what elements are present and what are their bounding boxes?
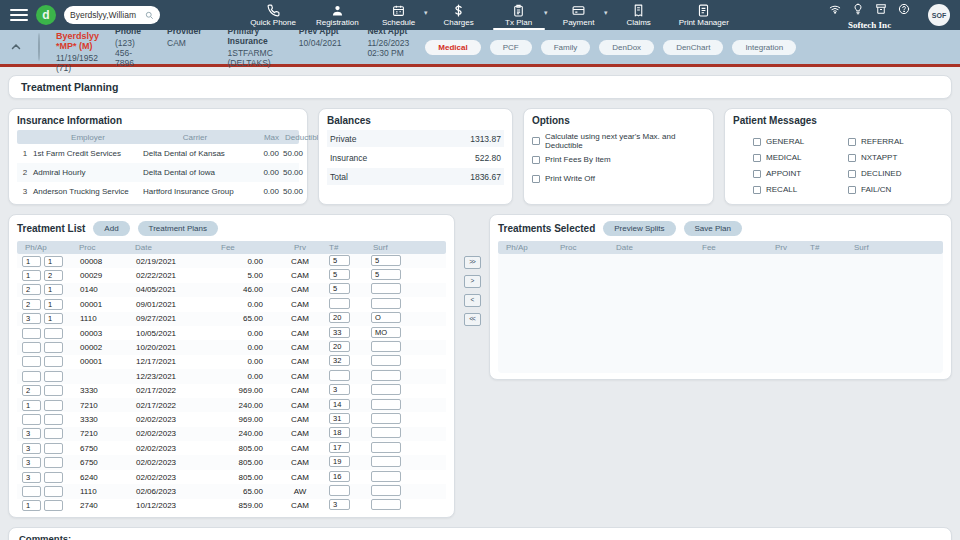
nav-claims[interactable]: Claims ▾ <box>619 0 659 30</box>
nav-payment[interactable]: Payment ▾ <box>559 0 599 30</box>
phase-input[interactable]: 3 <box>22 472 41 483</box>
checkbox[interactable] <box>848 154 856 162</box>
move-right-button[interactable]: > <box>464 275 481 288</box>
phase-input[interactable] <box>22 328 41 339</box>
tooth-input[interactable]: 20 <box>329 312 350 323</box>
treatment-row[interactable]: 3 6240 02/02/2023 805.00 CAM 16 <box>17 470 446 484</box>
treatment-row[interactable]: 3 7210 02/02/2023 240.00 CAM 18 <box>17 427 446 441</box>
help-icon[interactable] <box>898 1 910 19</box>
tooth-input[interactable]: 32 <box>329 355 350 366</box>
treatment-row[interactable]: 00001 12/17/2021 0.00 CAM 32 <box>17 355 446 369</box>
nav-quick-phone[interactable]: Quick Phone ▾ <box>250 0 296 30</box>
checkbox[interactable] <box>753 170 761 178</box>
surf-input[interactable] <box>371 442 401 453</box>
appt-input[interactable] <box>44 342 63 353</box>
phase-input[interactable]: 3 <box>22 428 41 439</box>
surf-input[interactable] <box>371 456 401 467</box>
tooth-input[interactable]: 18 <box>329 427 350 438</box>
surf-input[interactable] <box>371 355 401 366</box>
nav-registration[interactable]: Registration ▾ <box>316 0 359 30</box>
surf-input[interactable]: 5 <box>371 255 401 266</box>
surf-input[interactable]: 5 <box>371 269 401 280</box>
badge-denchart[interactable]: DenChart <box>663 40 723 55</box>
checkbox[interactable] <box>848 170 856 178</box>
insurance-row[interactable]: 2 Admiral Hourly Delta Dental of Iowa 0.… <box>17 163 299 182</box>
treatment-row[interactable]: 2 3330 02/17/2022 969.00 CAM 3 <box>17 384 446 398</box>
add-button[interactable]: Add <box>93 221 129 236</box>
treatment-row[interactable]: 12/23/2021 0.00 CAM <box>17 369 446 383</box>
phase-input[interactable]: 1 <box>22 500 41 511</box>
tooth-input[interactable]: 33 <box>329 327 350 338</box>
phase-input[interactable]: 1 <box>22 270 41 281</box>
phase-input[interactable]: 2 <box>22 284 41 295</box>
badge-family[interactable]: Family <box>541 40 591 55</box>
menu-icon[interactable] <box>10 9 28 21</box>
tooth-input[interactable]: 19 <box>329 456 350 467</box>
appt-input[interactable] <box>44 500 63 511</box>
surf-input[interactable] <box>371 341 401 352</box>
phase-input[interactable]: 1 <box>22 256 41 267</box>
checkbox[interactable] <box>753 138 761 146</box>
patient-photo[interactable] <box>38 33 40 61</box>
appt-input[interactable]: 1 <box>44 256 63 267</box>
treatment-row[interactable]: 3 6750 02/02/2023 805.00 CAM 19 <box>17 455 446 469</box>
tooth-input[interactable] <box>329 485 350 496</box>
patient-search[interactable] <box>64 6 160 24</box>
treatment-row[interactable]: 3 1 1110 09/27/2021 65.00 CAM 20 O <box>17 312 446 326</box>
surf-input[interactable] <box>371 499 401 510</box>
checkbox[interactable] <box>532 156 540 164</box>
appt-input[interactable] <box>44 443 63 454</box>
tooth-input[interactable]: 16 <box>329 471 350 482</box>
user-avatar[interactable]: SOF <box>928 4 950 26</box>
appt-input[interactable]: 1 <box>44 313 63 324</box>
lightbulb-icon[interactable] <box>852 1 864 19</box>
tooth-input[interactable]: 14 <box>329 399 350 410</box>
treatment-row[interactable]: 2 1 00001 09/01/2021 0.00 CAM <box>17 297 446 311</box>
move-all-right-button[interactable]: >> <box>464 256 481 269</box>
badge-dendox[interactable]: DenDox <box>599 40 654 55</box>
phase-input[interactable]: 2 <box>22 385 41 396</box>
surf-input[interactable] <box>371 283 401 294</box>
appt-input[interactable]: 1 <box>44 299 63 310</box>
phase-input[interactable] <box>22 371 41 382</box>
treatment-row[interactable]: 1 2740 10/12/2023 859.00 CAM 3 <box>17 499 446 513</box>
appt-input[interactable] <box>44 457 63 468</box>
appt-input[interactable] <box>44 472 63 483</box>
search-input[interactable] <box>70 10 144 20</box>
treatment-row[interactable]: 1 7210 02/17/2022 240.00 CAM 14 <box>17 398 446 412</box>
surf-input[interactable] <box>371 427 401 438</box>
badge-medical[interactable]: Medical <box>425 40 480 55</box>
appt-input[interactable] <box>44 385 63 396</box>
insurance-row[interactable]: 3 Anderson Trucking Service Hartford Ins… <box>17 182 299 201</box>
tooth-input[interactable]: 5 <box>329 283 350 294</box>
treatment-row[interactable]: 1110 02/06/2023 65.00 AW <box>17 484 446 498</box>
surf-input[interactable] <box>371 399 401 410</box>
treatment-row[interactable]: 2 1 0140 04/05/2021 46.00 CAM 5 <box>17 283 446 297</box>
nav-print-manager[interactable]: Print Manager ▾ <box>679 0 729 30</box>
phase-input[interactable]: 3 <box>22 313 41 324</box>
checkbox[interactable] <box>532 137 540 145</box>
app-logo[interactable]: d <box>36 5 56 25</box>
preview-splits-button[interactable]: Preview Splits <box>603 221 675 236</box>
tooth-input[interactable]: 5 <box>329 269 350 280</box>
tooth-input[interactable]: 3 <box>329 499 350 510</box>
nav-tx-plan[interactable]: Tx Plan ▾ <box>499 0 539 30</box>
appt-input[interactable]: 2 <box>44 270 63 281</box>
checkbox[interactable] <box>848 186 856 194</box>
treatment-row[interactable]: 00002 10/20/2021 0.00 CAM 20 <box>17 340 446 354</box>
tooth-input[interactable]: 31 <box>329 413 350 424</box>
wifi-icon[interactable] <box>829 1 841 19</box>
tooth-input[interactable] <box>329 298 350 309</box>
checkbox[interactable] <box>532 175 540 183</box>
badge-pcf[interactable]: PCF <box>490 40 532 55</box>
phase-input[interactable]: 2 <box>22 299 41 310</box>
archive-icon[interactable] <box>875 1 887 19</box>
checkbox[interactable] <box>753 186 761 194</box>
appt-input[interactable] <box>44 428 63 439</box>
checkbox[interactable] <box>753 154 761 162</box>
phase-input[interactable]: 3 <box>22 457 41 468</box>
surf-input[interactable] <box>371 413 401 424</box>
checkbox[interactable] <box>848 138 856 146</box>
surf-input[interactable]: O <box>371 312 401 323</box>
nav-charges[interactable]: Charges ▾ <box>439 0 479 30</box>
